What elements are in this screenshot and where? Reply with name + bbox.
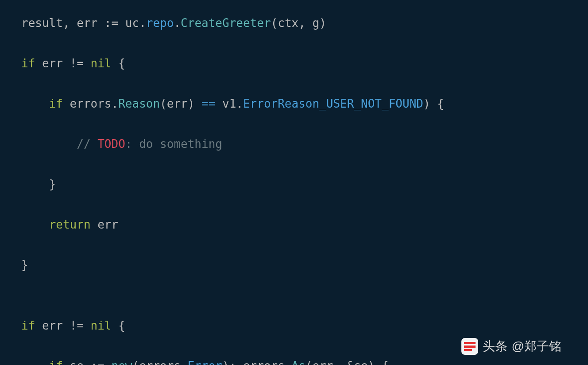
toutiao-icon [461,338,478,355]
code-line-6: return err [21,215,567,235]
code-line-1: result, err := uc.repo.CreateGreeter(ctx… [21,13,567,34]
code-line-9: if err != nil { [21,316,567,336]
watermark-text-1: 头条 [483,335,507,357]
code-line-7: } [21,255,567,276]
watermark-text-2: @郑子铭 [512,335,561,357]
code-line-3: if errors.Reason(err) == v1.ErrorReason_… [21,94,567,114]
code-line-5: } [21,175,567,195]
code-line-4: // TODO: do something [21,134,567,155]
svg-rect-1 [464,342,476,344]
svg-rect-2 [464,346,476,348]
code-block: result, err := uc.repo.CreateGreeter(ctx… [21,13,567,365]
svg-rect-3 [464,349,472,351]
code-line-10: if se := new(errors.Error); errors.As(er… [21,356,567,365]
watermark: 头条 @郑子铭 [461,335,561,357]
code-line-2: if err != nil { [21,54,567,74]
